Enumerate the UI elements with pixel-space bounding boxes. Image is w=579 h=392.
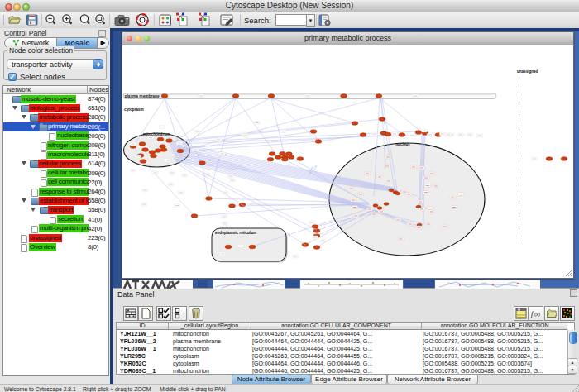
svg-text:cytoplasm: cytoplasm xyxy=(124,108,144,112)
svg-text:endoplasmic reticulum: endoplasmic reticulum xyxy=(215,231,256,235)
svg-text:mitochondrion: mitochondrion xyxy=(143,132,170,136)
svg-text:(x): (x) xyxy=(534,312,540,317)
svg-text:plasma membrane: plasma membrane xyxy=(125,94,160,98)
svg-text:nucleus: nucleus xyxy=(395,142,410,146)
svg-text:unassigned: unassigned xyxy=(517,69,538,74)
